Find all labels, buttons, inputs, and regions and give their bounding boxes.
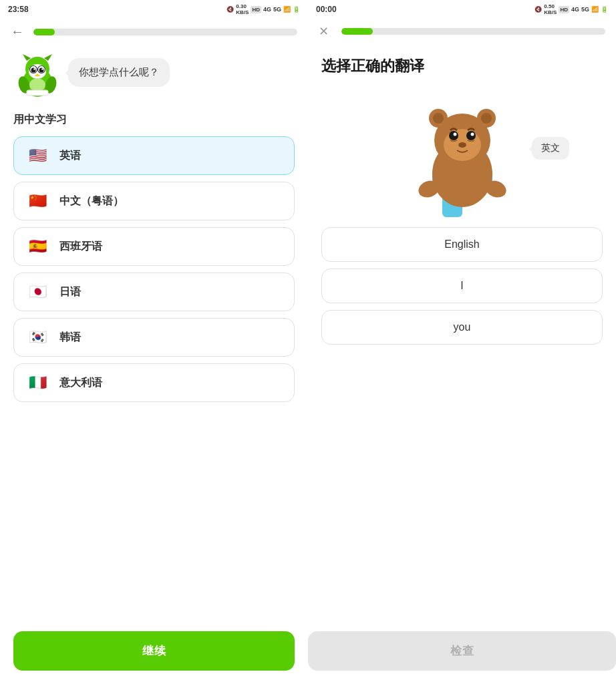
mute-icon: 🔇: [226, 6, 234, 13]
check-button[interactable]: 检查: [308, 631, 616, 671]
svg-point-23: [433, 113, 444, 124]
answer-text-you: you: [454, 321, 471, 333]
answer-text-i: I: [460, 280, 463, 291]
language-item-english[interactable]: 🇺🇸 英语: [13, 136, 295, 175]
bear-speech-text: 英文: [541, 142, 560, 153]
mute-icon-r: 🔇: [534, 6, 542, 13]
svg-point-10: [39, 68, 44, 73]
owl-area: 你想学点什么呢？: [13, 51, 295, 100]
language-item-cantonese[interactable]: 🇨🇳 中文（粤语）: [13, 182, 295, 220]
right-progress-bar-bg: [341, 28, 605, 35]
battery-icon: 🔋: [293, 6, 300, 13]
flag-cn: 🇨🇳: [25, 192, 50, 210]
hd-icon-r: HD: [559, 6, 569, 13]
language-name-cantonese: 中文（粤语）: [59, 194, 124, 208]
language-item-italian[interactable]: 🇮🇹 意大利语: [13, 363, 295, 402]
right-time: 00:00: [316, 5, 337, 14]
bear-container: 英文: [321, 87, 603, 220]
network-info: 0.30KB/S: [236, 3, 249, 15]
answer-option-english[interactable]: English: [321, 227, 603, 262]
left-time: 23:58: [8, 5, 29, 14]
wifi-icon-r: 📶: [591, 6, 599, 13]
network-info-r: 0.50KB/S: [544, 3, 557, 15]
svg-point-29: [453, 133, 456, 136]
svg-point-16: [29, 78, 45, 92]
close-button[interactable]: ✕: [319, 24, 335, 39]
flag-kr: 🇰🇷: [25, 328, 50, 347]
wifi-icon: 📶: [283, 6, 291, 13]
right-main-content: 选择正确的翻译: [308, 44, 616, 621]
language-list: 🇺🇸 英语 🇨🇳 中文（粤语） 🇪🇸 西班牙语 🇯🇵 日语 🇰🇷 韩语 🇮🇹: [13, 136, 295, 607]
language-name-english: 英语: [59, 149, 81, 163]
language-item-japanese[interactable]: 🇯🇵 日语: [13, 273, 295, 311]
left-status-icons: 🔇 0.30KB/S HD 4G 5G 📶 🔋: [226, 3, 300, 15]
flag-it: 🇮🇹: [25, 373, 50, 392]
svg-point-30: [470, 133, 474, 136]
right-screen: 00:00 🔇 0.50KB/S HD 4G 5G 📶 🔋 ✕ 选择正确的翻译: [308, 0, 616, 684]
back-button[interactable]: ←: [11, 24, 27, 39]
owl-speech-bubble: 你想学点什么呢？: [68, 58, 170, 87]
svg-point-9: [31, 68, 36, 73]
progress-bar-fill: [33, 29, 55, 35]
language-name-spanish: 西班牙语: [59, 240, 102, 254]
question-title: 选择正确的翻译: [321, 56, 603, 76]
language-item-korean[interactable]: 🇰🇷 韩语: [13, 318, 295, 357]
svg-point-12: [41, 68, 43, 69]
language-name-japanese: 日语: [59, 285, 81, 299]
hd-icon: HD: [251, 6, 261, 13]
flag-jp: 🇯🇵: [25, 283, 50, 301]
owl-speech-text: 你想学点什么呢？: [79, 66, 159, 77]
left-top-nav: ←: [0, 19, 308, 45]
progress-bar-bg: [33, 29, 297, 35]
right-status-bar: 00:00 🔇 0.50KB/S HD 4G 5G 📶 🔋: [308, 0, 616, 19]
svg-point-27: [449, 131, 458, 140]
signal-5g: 5G: [273, 6, 281, 13]
right-top-nav: ✕: [308, 19, 616, 44]
svg-rect-17: [27, 90, 48, 96]
answer-option-you[interactable]: you: [321, 310, 603, 345]
svg-point-11: [33, 68, 35, 69]
flag-es: 🇪🇸: [25, 237, 50, 256]
signal-4g: 4G: [263, 6, 271, 13]
right-status-icons: 🔇 0.50KB/S HD 4G 5G 📶 🔋: [534, 3, 608, 15]
owl-avatar: [13, 51, 61, 100]
battery-icon-r: 🔋: [601, 6, 608, 13]
svg-point-25: [481, 113, 492, 124]
answer-options: English I you: [321, 227, 603, 607]
flag-us: 🇺🇸: [25, 146, 50, 165]
signal-5g-r: 5G: [581, 6, 589, 13]
continue-button[interactable]: 继续: [13, 631, 295, 671]
language-item-spanish[interactable]: 🇪🇸 西班牙语: [13, 227, 295, 266]
language-name-italian: 意大利语: [59, 376, 102, 390]
answer-option-i[interactable]: I: [321, 269, 603, 303]
bear-speech-bubble: 英文: [532, 137, 569, 160]
signal-4g-r: 4G: [571, 6, 579, 13]
svg-point-28: [466, 131, 476, 140]
answer-text-english: English: [444, 238, 479, 250]
right-progress-bar-fill: [341, 28, 373, 35]
section-title: 用中文学习: [13, 113, 295, 127]
bear-figure: [409, 90, 516, 217]
svg-point-31: [458, 142, 466, 148]
left-status-bar: 23:58 🔇 0.30KB/S HD 4G 5G 📶 🔋: [0, 0, 308, 19]
left-screen: 23:58 🔇 0.30KB/S HD 4G 5G 📶 🔋 ←: [0, 0, 308, 684]
left-main-content: 你想学点什么呢？ 用中文学习 🇺🇸 英语 🇨🇳 中文（粤语） 🇪🇸 西班牙语 🇯…: [0, 45, 308, 621]
language-name-korean: 韩语: [59, 331, 81, 345]
